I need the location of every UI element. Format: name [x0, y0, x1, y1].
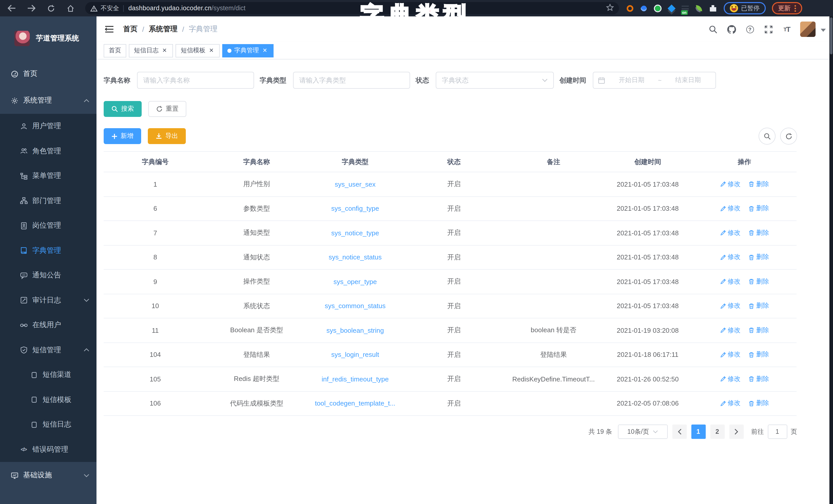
- bookmark-star-icon[interactable]: [606, 3, 614, 13]
- user-avatar[interactable]: [800, 22, 815, 37]
- tab-sms-template[interactable]: 短信模板 ✕: [175, 44, 220, 57]
- extension-list-icon[interactable]: on: [681, 4, 690, 13]
- delete-link[interactable]: 删除: [748, 180, 769, 188]
- close-icon[interactable]: ✕: [161, 47, 168, 54]
- sidebar-item-system[interactable]: 系统管理: [0, 87, 96, 114]
- sidebar-item-dictionary[interactable]: 字典管理: [0, 238, 96, 263]
- status-select[interactable]: 字典状态: [436, 72, 554, 89]
- github-icon[interactable]: [726, 24, 737, 34]
- sidebar-item-menus[interactable]: 菜单管理: [0, 163, 96, 188]
- font-size-icon[interactable]: TT: [782, 24, 792, 34]
- browser-scrollbar[interactable]: [829, 17, 833, 504]
- dict-type-link[interactable]: sys_user_sex: [335, 180, 376, 188]
- sidebar-item-sms[interactable]: 短信管理: [0, 337, 96, 362]
- page-size-select[interactable]: 10条/页: [618, 425, 667, 439]
- reload-button[interactable]: [43, 2, 58, 15]
- close-icon[interactable]: ✕: [208, 47, 215, 54]
- edit-link[interactable]: 修改: [720, 399, 740, 408]
- sidebar-item-sms-template[interactable]: 短信模板: [0, 387, 96, 412]
- browser-menu-icon[interactable]: [794, 5, 796, 11]
- back-button[interactable]: [4, 2, 20, 15]
- dict-type-link[interactable]: sys_notice_type: [331, 229, 379, 237]
- dict-type-link[interactable]: tool_codegen_template_t...: [315, 400, 396, 407]
- sidebar-item-sms-log[interactable]: 短信日志: [0, 412, 96, 437]
- sidebar-item-roles[interactable]: 角色管理: [0, 139, 96, 163]
- toggle-search-button[interactable]: [759, 128, 776, 145]
- url-path[interactable]: /system/dict: [212, 5, 245, 12]
- sidebar-item-infrastructure[interactable]: 基础设施: [0, 462, 96, 488]
- start-date-placeholder[interactable]: 开始日期: [609, 76, 654, 84]
- help-icon[interactable]: ?: [745, 24, 755, 34]
- goto-page-input[interactable]: [767, 425, 787, 439]
- sidebar-toggle-icon[interactable]: [104, 24, 115, 34]
- delete-link[interactable]: 删除: [748, 204, 769, 213]
- dict-type-link[interactable]: sys_notice_status: [329, 254, 382, 261]
- page-button-2[interactable]: 2: [710, 425, 724, 439]
- sidebar-item-users[interactable]: 用户管理: [0, 114, 96, 139]
- dict-type-link[interactable]: sys_boolean_string: [327, 327, 384, 334]
- edit-link[interactable]: 修改: [720, 253, 740, 261]
- delete-link[interactable]: 删除: [748, 228, 769, 237]
- edit-link[interactable]: 修改: [720, 180, 740, 188]
- edit-link[interactable]: 修改: [720, 204, 740, 213]
- export-button[interactable]: 导出: [148, 128, 186, 144]
- edit-link[interactable]: 修改: [720, 228, 740, 237]
- delete-link[interactable]: 删除: [748, 399, 769, 408]
- sidebar-item-notices[interactable]: 通知公告: [0, 263, 96, 288]
- breadcrumb-system[interactable]: 系统管理: [149, 25, 177, 34]
- dict-type-link[interactable]: sys_login_result: [331, 351, 379, 359]
- edit-link[interactable]: 修改: [720, 350, 740, 359]
- reset-button[interactable]: 重置: [148, 101, 186, 117]
- edit-link[interactable]: 修改: [720, 277, 740, 286]
- breadcrumb-home[interactable]: 首页: [123, 25, 138, 34]
- extension-green-circle-icon[interactable]: [653, 4, 662, 13]
- edit-link[interactable]: 修改: [720, 326, 740, 334]
- prev-page-button[interactable]: [672, 425, 687, 439]
- search-icon[interactable]: [708, 24, 718, 34]
- dict-type-link[interactable]: sys_config_type: [331, 205, 379, 212]
- sidebar-item-audit-log[interactable]: 审计日志: [0, 288, 96, 313]
- edit-link[interactable]: 修改: [720, 301, 740, 310]
- dict-type-link[interactable]: sys_common_status: [325, 302, 386, 310]
- delete-link[interactable]: 删除: [748, 277, 769, 286]
- dict-type-link[interactable]: sys_oper_type: [333, 278, 377, 285]
- extension-drop-icon[interactable]: [639, 4, 648, 13]
- page-button-1[interactable]: 1: [691, 425, 706, 439]
- fullscreen-icon[interactable]: [763, 24, 774, 34]
- next-page-button[interactable]: [729, 425, 743, 439]
- sidebar-item-posts[interactable]: 岗位管理: [0, 213, 96, 238]
- avatar-caret-icon[interactable]: [821, 25, 826, 34]
- sidebar-item-online-users[interactable]: 在线用户: [0, 313, 96, 337]
- end-date-placeholder[interactable]: 结束日期: [665, 76, 711, 84]
- security-label[interactable]: 不安全: [101, 4, 119, 12]
- dict-type-input[interactable]: [293, 72, 410, 89]
- sidebar-item-home[interactable]: 首页: [0, 60, 96, 87]
- close-icon[interactable]: ✕: [262, 47, 268, 54]
- extension-donut-icon[interactable]: [625, 4, 634, 13]
- search-button[interactable]: 搜索: [104, 101, 142, 117]
- security-warning-icon[interactable]: [90, 5, 97, 11]
- tab-sms-log[interactable]: 短信日志 ✕: [129, 44, 173, 57]
- scrollbar-thumb[interactable]: [830, 18, 832, 54]
- sidebar-item-departments[interactable]: 部门管理: [0, 188, 96, 213]
- url-host[interactable]: dashboard.yudao.iocoder.cn: [128, 5, 212, 12]
- delete-link[interactable]: 删除: [748, 375, 769, 383]
- dict-type-link[interactable]: inf_redis_timeout_type: [322, 375, 389, 383]
- tab-dictionary[interactable]: 字典管理 ✕: [222, 44, 273, 57]
- add-button[interactable]: 新增: [104, 128, 141, 144]
- tab-home[interactable]: 首页: [104, 44, 126, 57]
- sidebar-item-error-codes[interactable]: </> 错误码管理: [0, 437, 96, 462]
- sidebar-item-sms-channel[interactable]: 短信渠道: [0, 362, 96, 387]
- app-logo-row[interactable]: 芋道管理系统: [0, 17, 96, 60]
- extension-puzzle-icon[interactable]: [708, 4, 717, 13]
- browser-update-button[interactable]: 更新: [772, 2, 802, 14]
- extension-diamond-icon[interactable]: [667, 4, 676, 13]
- refresh-button[interactable]: [780, 128, 797, 145]
- extension-leaf-icon[interactable]: [694, 4, 704, 13]
- delete-link[interactable]: 删除: [748, 253, 769, 261]
- edit-link[interactable]: 修改: [720, 375, 740, 383]
- forward-button[interactable]: [24, 2, 39, 15]
- delete-link[interactable]: 删除: [748, 326, 769, 334]
- delete-link[interactable]: 删除: [748, 350, 769, 359]
- date-range-picker[interactable]: 开始日期 ~ 结束日期: [593, 72, 716, 89]
